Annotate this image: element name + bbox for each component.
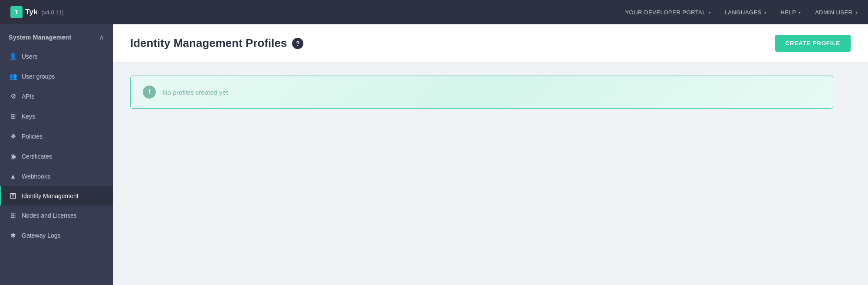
policies-icon: ❖ <box>9 133 17 140</box>
keys-icon: ⊞ <box>9 113 17 120</box>
chevron-down-icon: ▾ <box>708 10 711 15</box>
sidebar-item-webhooks[interactable]: ▲ Webhooks <box>0 166 113 186</box>
sidebar-item-label: Nodes and Licenses <box>22 212 77 219</box>
apis-icon: ⚙ <box>9 93 17 100</box>
nodes-licenses-icon: ⊞ <box>9 212 17 219</box>
sidebar-item-label: Identity Management <box>22 192 79 199</box>
chevron-down-icon: ▾ <box>855 10 858 15</box>
sidebar-item-label: Users <box>22 53 38 60</box>
sidebar-item-label: User groups <box>22 73 55 80</box>
help-icon[interactable]: ? <box>292 38 303 49</box>
sidebar-header-text: System Management <box>9 34 71 41</box>
identity-management-icon: ⚿ <box>9 192 17 199</box>
content-area: Identity Management Profiles ? CREATE PR… <box>113 24 868 285</box>
certificates-icon: ◉ <box>9 152 17 160</box>
sidebar-item-label: Webhooks <box>22 173 50 180</box>
tyk-logo-text: Tyk <box>25 8 38 17</box>
sidebar-item-identity-management[interactable]: ⚿ Identity Management <box>0 186 113 205</box>
page-title-area: Identity Management Profiles ? <box>130 36 303 50</box>
nav-languages[interactable]: LANGUAGES ▾ <box>724 9 766 16</box>
create-profile-button[interactable]: CREATE PROFILE <box>775 35 851 52</box>
tyk-logo-icon: T <box>10 6 23 18</box>
logo-area: T Tyk (v4.0.11) <box>10 6 64 18</box>
sidebar-item-label: APIs <box>22 93 35 100</box>
top-nav-right: YOUR DEVELOPER PORTAL ▾ LANGUAGES ▾ HELP… <box>625 9 858 16</box>
sidebar-item-label: Gateway Logs <box>22 232 61 239</box>
sidebar-item-gateway-logs[interactable]: ✱ Gateway Logs <box>0 225 113 245</box>
page-content: ! No profiles created yet <box>113 63 868 285</box>
sidebar-item-nodes-and-licenses[interactable]: ⊞ Nodes and Licenses <box>0 205 113 225</box>
user-groups-icon: 👥 <box>9 73 17 80</box>
page-title: Identity Management Profiles <box>130 36 287 50</box>
sidebar-item-user-groups[interactable]: 👥 User groups <box>0 66 113 86</box>
sidebar-item-policies[interactable]: ❖ Policies <box>0 126 113 146</box>
users-icon: 👤 <box>9 53 17 60</box>
sidebar-item-label: Certificates <box>22 153 52 160</box>
sidebar-item-apis[interactable]: ⚙ APIs <box>0 86 113 106</box>
empty-state-message: No profiles created yet <box>163 89 228 96</box>
sidebar-item-label: Policies <box>22 133 43 140</box>
sidebar-collapse-icon[interactable]: ∧ <box>99 33 104 41</box>
alert-icon: ! <box>143 86 156 99</box>
sidebar-header: System Management ∧ <box>0 24 113 46</box>
sidebar-item-keys[interactable]: ⊞ Keys <box>0 106 113 126</box>
tyk-logo: T Tyk <box>10 6 38 18</box>
sidebar-item-users[interactable]: 👤 Users <box>0 46 113 66</box>
empty-state-alert: ! No profiles created yet <box>130 76 833 109</box>
gateway-logs-icon: ✱ <box>9 232 17 239</box>
page-header: Identity Management Profiles ? CREATE PR… <box>113 24 868 63</box>
sidebar: System Management ∧ 👤 Users 👥 User group… <box>0 24 113 285</box>
sidebar-item-certificates[interactable]: ◉ Certificates <box>0 146 113 166</box>
chevron-down-icon: ▾ <box>764 10 767 15</box>
nav-help[interactable]: HELP ▾ <box>780 9 801 16</box>
main-layout: System Management ∧ 👤 Users 👥 User group… <box>0 24 868 285</box>
chevron-down-icon: ▾ <box>799 10 801 15</box>
sidebar-item-label: Keys <box>22 113 35 120</box>
top-nav: T Tyk (v4.0.11) YOUR DEVELOPER PORTAL ▾ … <box>0 0 868 24</box>
nav-admin-user[interactable]: ADMIN USER ▾ <box>815 9 858 16</box>
webhooks-icon: ▲ <box>9 172 17 180</box>
nav-developer-portal[interactable]: YOUR DEVELOPER PORTAL ▾ <box>625 9 710 16</box>
tyk-version: (v4.0.11) <box>42 9 64 16</box>
